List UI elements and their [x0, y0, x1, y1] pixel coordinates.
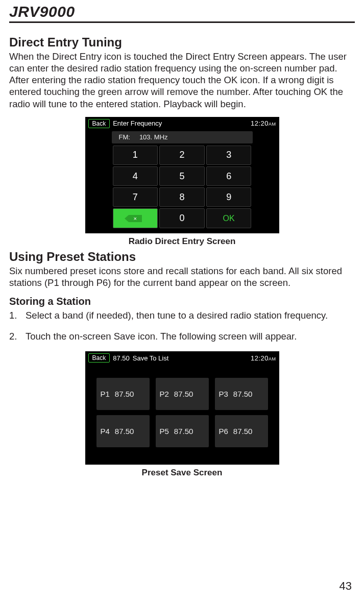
- preset-p5[interactable]: P587.50: [156, 415, 209, 447]
- key-5[interactable]: 5: [159, 166, 205, 186]
- key-6[interactable]: 6: [206, 166, 252, 186]
- screen-title: Save To List: [133, 354, 251, 362]
- key-backspace[interactable]: ×: [113, 208, 158, 228]
- current-freq: 87.50: [113, 354, 130, 362]
- step-item: Select a band (if needed), then tune to …: [9, 309, 355, 321]
- section-storing-station: Storing a Station Select a band (if need…: [9, 296, 355, 478]
- preset-save-screen: Back 87.50 Save To List 12:20AM P187.50 …: [85, 351, 279, 465]
- screen-title: Enter Frequency: [113, 119, 251, 127]
- section-title: Direct Entry Tuning: [9, 35, 355, 50]
- backspace-icon: ×: [129, 215, 142, 222]
- section-title: Using Preset Stations: [9, 250, 355, 264]
- preset-p6[interactable]: P687.50: [215, 415, 268, 447]
- key-3[interactable]: 3: [206, 146, 252, 165]
- clock-ampm: AM: [269, 122, 276, 127]
- direct-entry-screen: Back Enter Frequency 12:20AM FM: 103. MH…: [85, 117, 279, 233]
- screen-topbar: Back 87.50 Save To List 12:20AM: [85, 351, 279, 365]
- step-item: Touch the on-screen Save icon. The follo…: [9, 330, 355, 342]
- preset-grid: P187.50 P287.50 P387.50 P487.50 P587.50 …: [96, 378, 268, 447]
- subsection-title: Storing a Station: [9, 296, 355, 307]
- clock: 12:20AM: [251, 119, 276, 127]
- clock: 12:20AM: [251, 354, 276, 362]
- section-body: When the Direct Entry icon is touched th…: [9, 51, 355, 110]
- preset-p1[interactable]: P187.50: [96, 378, 150, 410]
- section-body: Six numbered preset icons store and reca…: [9, 265, 355, 288]
- keypad: 1 2 3 4 5 6 7 8 9 × 0 OK: [113, 146, 252, 228]
- page-number: 43: [339, 580, 352, 593]
- key-ok[interactable]: OK: [206, 208, 252, 228]
- key-8[interactable]: 8: [159, 187, 205, 207]
- preset-p2[interactable]: P287.50: [156, 378, 209, 410]
- figure-caption: Radio Direct Entry Screen: [9, 236, 355, 247]
- figure-caption: Preset Save Screen: [9, 468, 355, 478]
- back-button[interactable]: Back: [88, 119, 110, 128]
- frequency-display: FM: 103. MHz: [112, 131, 253, 143]
- key-1[interactable]: 1: [113, 146, 158, 165]
- clock-time: 12:20: [251, 354, 269, 362]
- screen-topbar: Back Enter Frequency 12:20AM: [85, 117, 279, 130]
- preset-p3[interactable]: P387.50: [215, 378, 268, 410]
- clock-time: 12:20: [251, 119, 269, 127]
- page-header: JRV9000: [9, 0, 355, 23]
- section-preset-stations: Using Preset Stations Six numbered prese…: [9, 250, 355, 288]
- band-label: FM:: [119, 133, 130, 141]
- clock-ampm: AM: [269, 356, 276, 361]
- key-2[interactable]: 2: [159, 146, 205, 165]
- section-direct-entry: Direct Entry Tuning When the Direct Entr…: [9, 35, 355, 247]
- key-7[interactable]: 7: [113, 187, 158, 207]
- key-0[interactable]: 0: [159, 208, 205, 228]
- preset-p4[interactable]: P487.50: [96, 415, 150, 447]
- frequency-value: 103. MHz: [139, 133, 168, 141]
- key-9[interactable]: 9: [206, 187, 252, 207]
- key-4[interactable]: 4: [113, 166, 158, 186]
- back-button[interactable]: Back: [88, 353, 110, 363]
- product-title: JRV9000: [9, 3, 355, 20]
